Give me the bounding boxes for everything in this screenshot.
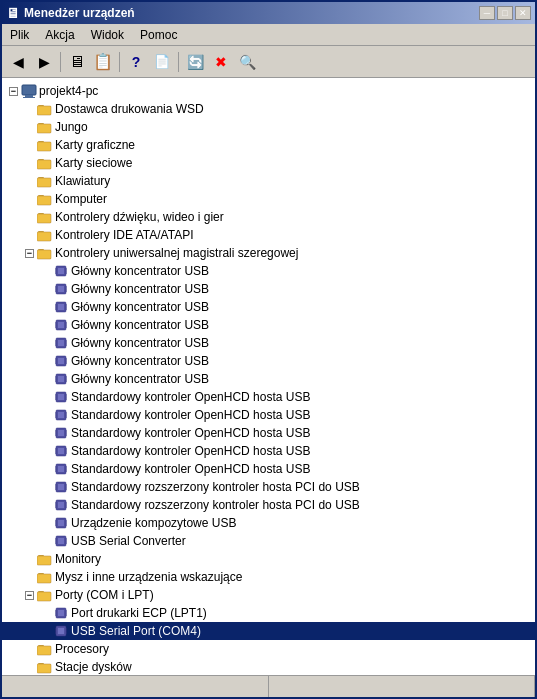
refresh-button[interactable]: 🔄 xyxy=(183,50,207,74)
tree-item-kgraf[interactable]: Karty graficzne xyxy=(2,136,535,154)
svg-rect-20 xyxy=(37,196,51,205)
svg-rect-135 xyxy=(58,502,64,508)
svg-rect-55 xyxy=(58,322,64,328)
svg-rect-26 xyxy=(37,232,51,241)
tree-item-usb5[interactable]: Główny koncentrator USB xyxy=(2,334,535,352)
label-pci1: Standardowy rozszerzony kontroler hosta … xyxy=(71,480,360,494)
icon-ohcd3 xyxy=(53,425,69,441)
menu-view[interactable]: Widok xyxy=(83,26,132,43)
tree-item-usb2[interactable]: Główny koncentrator USB xyxy=(2,280,535,298)
tree-item-pci1[interactable]: Standardowy rozszerzony kontroler hosta … xyxy=(2,478,535,496)
icon-lpt1 xyxy=(53,605,69,621)
tree-item-mon[interactable]: Monitory xyxy=(2,550,535,568)
help-button[interactable]: ? xyxy=(124,50,148,74)
tree-item-ukomp[interactable]: Urządzenie kompozytowe USB xyxy=(2,514,535,532)
tree-item-kdz[interactable]: Kontrolery dźwięku, wideo i gier xyxy=(2,208,535,226)
label-usb7: Główny koncentrator USB xyxy=(71,372,209,386)
tree-item-usb3[interactable]: Główny koncentrator USB xyxy=(2,298,535,316)
expand-port[interactable]: − xyxy=(25,591,34,600)
menu-action[interactable]: Akcja xyxy=(37,26,82,43)
label-usb6: Główny koncentrator USB xyxy=(71,354,209,368)
icon-usb7 xyxy=(53,371,69,387)
tree-item-usb6[interactable]: Główny koncentrator USB xyxy=(2,352,535,370)
icon-ohcd2 xyxy=(53,407,69,423)
icon-com4 xyxy=(53,623,69,639)
menu-help[interactable]: Pomoc xyxy=(132,26,185,43)
window-icon: 🖥 xyxy=(6,5,20,21)
tree-item-kide[interactable]: Kontrolery IDE ATA/ATAPI xyxy=(2,226,535,244)
svg-rect-143 xyxy=(58,520,64,526)
label-mys: Mysz i inne urządzenia wskazujące xyxy=(55,570,242,584)
svg-rect-151 xyxy=(58,538,64,544)
computer-view-button[interactable]: 🖥 xyxy=(65,50,89,74)
icon-root xyxy=(21,83,37,99)
tree-item-mys[interactable]: Mysz i inne urządzenia wskazujące xyxy=(2,568,535,586)
status-bar xyxy=(2,675,535,697)
label-ohcd5: Standardowy kontroler OpenHCD hosta USB xyxy=(71,462,310,476)
svg-rect-95 xyxy=(58,412,64,418)
minimize-button[interactable]: ─ xyxy=(479,6,495,20)
scan-button[interactable]: 🔍 xyxy=(235,50,259,74)
icon-usb4 xyxy=(53,317,69,333)
icon-mys xyxy=(37,569,53,585)
label-usb4: Główny koncentrator USB xyxy=(71,318,209,332)
icon-klaw xyxy=(37,173,53,189)
svg-rect-119 xyxy=(58,466,64,472)
icon-port xyxy=(37,587,53,603)
tree-item-usb1[interactable]: Główny koncentrator USB xyxy=(2,262,535,280)
svg-rect-79 xyxy=(58,376,64,382)
icon-ohcd4 xyxy=(53,443,69,459)
icon-ohcd5 xyxy=(53,461,69,477)
title-bar-content: 🖥 Menedżer urządzeń xyxy=(6,5,135,21)
tree-item-kumb[interactable]: −Kontrolery uniwersalnej magistrali szer… xyxy=(2,244,535,262)
menu-file[interactable]: Plik xyxy=(2,26,37,43)
label-pci2: Standardowy rozszerzony kontroler hosta … xyxy=(71,498,360,512)
tree-item-root[interactable]: −projekt4-pc xyxy=(2,82,535,100)
label-ksiec: Karty sieciowe xyxy=(55,156,132,170)
uninstall-button[interactable]: ✖ xyxy=(209,50,233,74)
close-button[interactable]: ✕ xyxy=(515,6,531,20)
tree-item-ohcd5[interactable]: Standardowy kontroler OpenHCD hosta USB xyxy=(2,460,535,478)
tree-item-usbsc[interactable]: USB Serial Converter xyxy=(2,532,535,550)
back-button[interactable]: ◀ xyxy=(6,50,30,74)
tree-item-lpt1[interactable]: Port drukarki ECP (LPT1) xyxy=(2,604,535,622)
list-view-button[interactable]: 📋 xyxy=(91,50,115,74)
restore-button[interactable]: □ xyxy=(497,6,513,20)
label-root: projekt4-pc xyxy=(39,84,98,98)
title-controls: ─ □ ✕ xyxy=(479,6,531,20)
label-ohcd4: Standardowy kontroler OpenHCD hosta USB xyxy=(71,444,310,458)
properties-button[interactable]: 📄 xyxy=(150,50,174,74)
icon-proc xyxy=(37,641,53,657)
tree-item-usb4[interactable]: Główny koncentrator USB xyxy=(2,316,535,334)
expand-kumb[interactable]: − xyxy=(25,249,34,258)
label-usb5: Główny koncentrator USB xyxy=(71,336,209,350)
tree-item-ohcd4[interactable]: Standardowy kontroler OpenHCD hosta USB xyxy=(2,442,535,460)
tree-item-jungo[interactable]: Jungo xyxy=(2,118,535,136)
tree-item-komp[interactable]: Komputer xyxy=(2,190,535,208)
icon-ohcd1 xyxy=(53,389,69,405)
icon-pci1 xyxy=(53,479,69,495)
svg-rect-127 xyxy=(58,484,64,490)
svg-rect-176 xyxy=(58,628,64,634)
label-usbsc: USB Serial Converter xyxy=(71,534,186,548)
label-lpt1: Port drukarki ECP (LPT1) xyxy=(71,606,207,620)
device-manager-window: 🖥 Menedżer urządzeń ─ □ ✕ Plik Akcja Wid… xyxy=(0,0,537,699)
tree-item-ohcd3[interactable]: Standardowy kontroler OpenHCD hosta USB xyxy=(2,424,535,442)
tree-item-ohcd1[interactable]: Standardowy kontroler OpenHCD hosta USB xyxy=(2,388,535,406)
tree-item-ohcd2[interactable]: Standardowy kontroler OpenHCD hosta USB xyxy=(2,406,535,424)
svg-rect-1 xyxy=(25,95,33,97)
device-tree[interactable]: −projekt4-pcDostawca drukowania WSDJungo… xyxy=(2,78,535,675)
tree-item-com4[interactable]: USB Serial Port (COM4) xyxy=(2,622,535,640)
forward-button[interactable]: ▶ xyxy=(32,50,56,74)
tree-item-ksiec[interactable]: Karty sieciowe xyxy=(2,154,535,172)
tree-item-usb7[interactable]: Główny koncentrator USB xyxy=(2,370,535,388)
tree-item-pci2[interactable]: Standardowy rozszerzony kontroler hosta … xyxy=(2,496,535,514)
tree-item-sdysk[interactable]: Stacje dysków xyxy=(2,658,535,675)
tree-item-port[interactable]: −Porty (COM i LPT) xyxy=(2,586,535,604)
tree-item-klaw[interactable]: Klawiatury xyxy=(2,172,535,190)
expand-root[interactable]: − xyxy=(9,87,18,96)
tree-item-proc[interactable]: Procesory xyxy=(2,640,535,658)
svg-rect-185 xyxy=(37,646,51,655)
svg-rect-166 xyxy=(37,592,51,601)
tree-item-print[interactable]: Dostawca drukowania WSD xyxy=(2,100,535,118)
